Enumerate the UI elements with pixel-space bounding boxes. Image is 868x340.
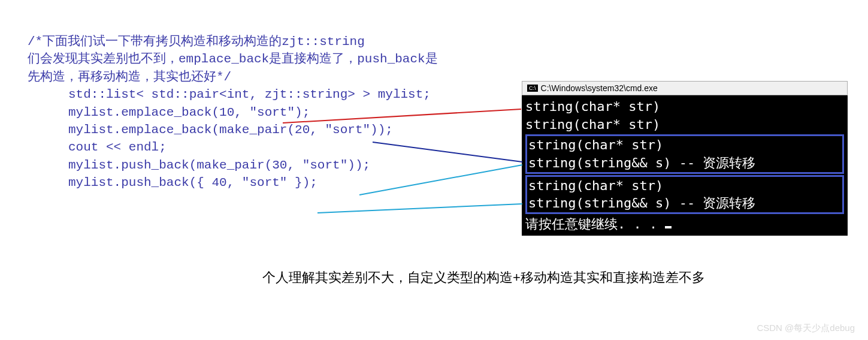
code-line-1: std::list< std::pair<int, zjt::string> >… bbox=[28, 86, 438, 103]
code-line-3: mylist.emplace_back(make_pair(20, "sort"… bbox=[28, 121, 438, 139]
comment-line-3: 先构造，再移动构造，其实也还好*/ bbox=[28, 68, 438, 86]
output-group-2: string(char* str) string(string&& s) -- … bbox=[525, 175, 844, 214]
console-titlebar: C:\ C:\Windows\system32\cmd.exe bbox=[522, 81, 848, 95]
console-body: string(char* str) string(char* str) stri… bbox=[522, 95, 848, 236]
comment-line-2: 们会发现其实差别也不到，emplace_back是直接构造了，push_back… bbox=[28, 50, 438, 68]
output-group-1: string(char* str) string(string&& s) -- … bbox=[525, 134, 844, 173]
code-line-4: cout << endl; bbox=[28, 139, 438, 156]
console-window: C:\ C:\Windows\system32\cmd.exe string(c… bbox=[522, 81, 848, 236]
caption-text: 个人理解其实差别不大，自定义类型的构造+移动构造其实和直接构造差不多 bbox=[262, 269, 705, 287]
output-line-2: string(char* str) bbox=[525, 116, 844, 134]
code-block: /*下面我们试一下带有拷贝构造和移动构造的zjt::string 们会发现其实差… bbox=[28, 33, 438, 192]
cursor bbox=[665, 226, 672, 228]
output-line-5: 请按任意键继续. . . bbox=[525, 215, 844, 233]
cmd-icon: C:\ bbox=[527, 85, 538, 92]
code-line-5: mylist.push_back(make_pair(30, "sort")); bbox=[28, 157, 438, 174]
output-line-1: string(char* str) bbox=[525, 98, 844, 116]
output-line-3b: string(string&& s) -- 资源转移 bbox=[528, 154, 841, 172]
output-line-3a: string(char* str) bbox=[528, 136, 841, 154]
comment-line-1: /*下面我们试一下带有拷贝构造和移动构造的zjt::string bbox=[28, 33, 438, 50]
console-title-text: C:\Windows\system32\cmd.exe bbox=[541, 83, 658, 93]
output-line-4a: string(char* str) bbox=[528, 177, 841, 195]
code-line-6: mylist.push_back({ 40, "sort" }); bbox=[28, 174, 438, 191]
code-line-2: mylist.emplace_back(10, "sort"); bbox=[28, 104, 438, 121]
output-line-4b: string(string&& s) -- 资源转移 bbox=[528, 194, 841, 212]
prompt-text: 请按任意键继续. . . bbox=[525, 216, 665, 231]
watermark-text: CSDN @每天少点debug bbox=[757, 323, 855, 334]
arrow-cyan-2 bbox=[317, 204, 522, 213]
